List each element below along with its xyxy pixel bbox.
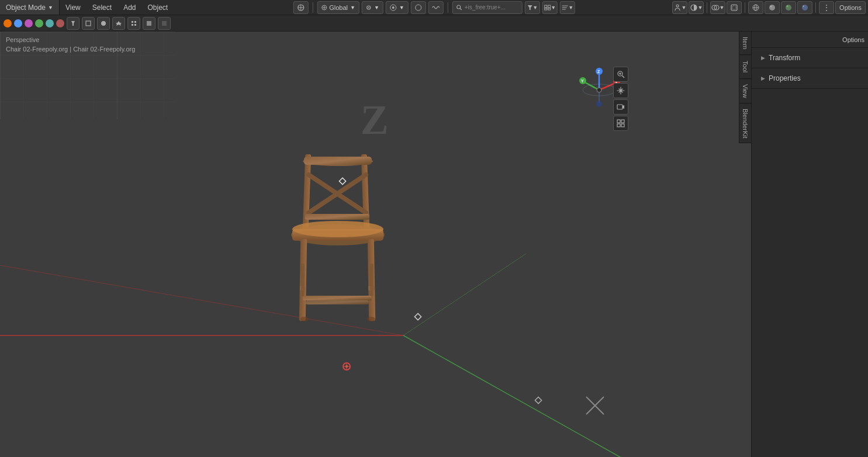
pivot-top-handle (338, 176, 347, 188)
search-bar[interactable]: +is_free:true+... (452, 1, 523, 14)
svg-rect-39 (132, 21, 133, 23)
svg-rect-44 (162, 21, 167, 26)
more-options-icon[interactable]: ⋮ (819, 1, 834, 14)
tab-tool[interactable]: Tool (739, 56, 751, 79)
svg-rect-97 (617, 105, 623, 109)
filter-icon-1[interactable] (67, 17, 79, 30)
gizmo-icon[interactable] (293, 1, 308, 14)
filter-icon-3[interactable] (97, 17, 110, 30)
material-shading[interactable] (781, 1, 796, 14)
svg-rect-41 (132, 24, 133, 26)
perspective-label: Perspective (6, 36, 39, 43)
svg-rect-52 (361, 154, 370, 230)
wave-icon[interactable] (428, 1, 444, 14)
svg-point-58 (291, 224, 385, 245)
transform-space-dropdown[interactable]: Global ▼ (317, 1, 359, 14)
svg-marker-13 (527, 5, 532, 10)
properties-chevron: ▶ (761, 75, 765, 81)
viewport-toolbar (613, 67, 628, 131)
svg-rect-51 (303, 154, 312, 230)
proportional-edit-icon[interactable] (411, 1, 426, 14)
color-filter-green[interactable] (35, 19, 43, 27)
filter-icon-4[interactable] (112, 17, 125, 30)
svg-point-33 (787, 5, 789, 7)
camera-viewport-btn[interactable] (613, 99, 628, 115)
render-shading[interactable] (797, 1, 812, 14)
pan-viewport-btn[interactable] (613, 83, 628, 98)
tab-blenderkit[interactable]: BlenderKit (739, 104, 751, 144)
top-bar-right: ▼ ▼ ▼ ⋮ Options (672, 0, 868, 15)
overlay-icon[interactable]: ▼ (710, 1, 725, 14)
user-perspective-icon[interactable]: ▼ (672, 1, 687, 14)
options-label: Options (842, 36, 864, 43)
svg-point-34 (802, 5, 808, 11)
origin-handle (341, 361, 352, 373)
color-filter-red[interactable] (56, 19, 64, 27)
options-dropdown[interactable]: Options (835, 1, 866, 14)
view-toggle[interactable]: ▼ (542, 1, 558, 14)
svg-line-48 (403, 335, 643, 457)
filter-icon-7[interactable] (158, 17, 171, 30)
filter-icon-6[interactable] (143, 17, 155, 30)
svg-point-53 (303, 157, 373, 166)
svg-point-30 (769, 5, 775, 11)
svg-rect-37 (86, 21, 91, 26)
mode-selector[interactable]: Object Mode ▼ (0, 0, 60, 15)
panel-section-transform: ▶ Transform (752, 48, 868, 68)
svg-rect-16 (544, 8, 547, 10)
toggle-viewport-btn[interactable] (613, 116, 628, 131)
snap-dropdown[interactable]: ▼ (386, 1, 409, 14)
filter-icon-2[interactable] (82, 17, 95, 30)
right-panel: Options ▶ Transform ▶ Properties (751, 32, 868, 457)
tab-item[interactable]: Item (739, 32, 751, 55)
svg-point-9 (392, 6, 395, 9)
svg-point-70 (367, 317, 375, 321)
properties-panel-item[interactable]: ▶ Properties (758, 72, 862, 85)
wireframe-shading[interactable] (748, 1, 763, 14)
svg-point-7 (368, 7, 369, 8)
svg-line-49 (0, 265, 403, 335)
color-filter-blue[interactable] (14, 19, 22, 27)
transform-chevron: ▶ (761, 55, 765, 61)
tab-view[interactable]: View (739, 79, 751, 103)
color-filter-teal[interactable] (46, 19, 54, 27)
color-filter-purple[interactable] (25, 19, 33, 27)
filter-dropdown[interactable]: ▼ (525, 1, 540, 14)
svg-rect-57 (305, 214, 369, 220)
transform-panel-item[interactable]: ▶ Transform (758, 51, 862, 64)
svg-rect-15 (548, 5, 550, 8)
svg-rect-62 (368, 239, 375, 321)
solid-shading[interactable] (765, 1, 780, 14)
top-menu-bar: Object Mode ▼ View Select Add Object Glo… (0, 0, 868, 15)
select-menu[interactable]: Select (87, 0, 117, 15)
pivot-dropdown[interactable]: ▼ (362, 1, 383, 14)
viewport-shading-icon[interactable]: ▼ (689, 1, 704, 14)
svg-point-11 (457, 5, 461, 9)
svg-rect-99 (617, 120, 620, 123)
svg-rect-100 (621, 120, 624, 123)
svg-rect-101 (617, 124, 620, 127)
svg-rect-46 (0, 32, 175, 119)
far-axis-handle (534, 396, 542, 406)
svg-rect-71 (340, 178, 346, 184)
filter-icon-5[interactable] (127, 17, 140, 30)
svg-rect-63 (300, 286, 306, 290)
svg-point-91 (597, 88, 601, 92)
svg-rect-26 (732, 6, 736, 9)
object-menu[interactable]: Object (141, 0, 174, 15)
mid-axis-handle (414, 313, 422, 323)
add-menu[interactable]: Add (117, 0, 141, 15)
svg-point-35 (803, 5, 804, 6)
sort-filter[interactable]: ▼ (560, 1, 575, 14)
svg-rect-42 (134, 24, 136, 26)
color-filter-orange[interactable] (4, 19, 12, 27)
view-menu[interactable]: View (60, 0, 87, 15)
svg-point-69 (300, 317, 309, 321)
xray-icon[interactable] (727, 1, 742, 14)
viewport[interactable]: Z Perspective Chair 02-Freepoly.org | Ch… (0, 32, 751, 457)
svg-line-55 (309, 175, 366, 213)
svg-point-10 (416, 5, 421, 11)
svg-point-60 (292, 221, 383, 237)
svg-rect-76 (415, 313, 421, 320)
zoom-viewport-btn[interactable] (613, 67, 628, 82)
